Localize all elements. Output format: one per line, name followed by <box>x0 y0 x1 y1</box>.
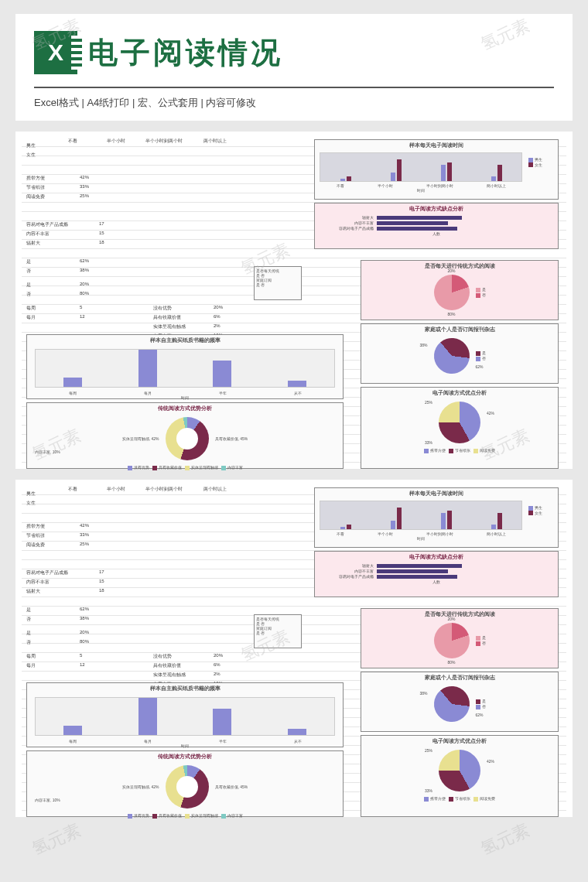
cell-val: 20% <box>80 282 89 286</box>
page-title: 电子阅读情况 <box>88 33 283 73</box>
chart-disadv: 电子阅读方式缺点分析 辐射大 内容不丰富 容易对电子产品成瘾 人数 <box>314 551 559 597</box>
row-label: 内容不丰富 <box>26 579 50 586</box>
row-label: 男生 <box>26 142 36 149</box>
preview-1: 男生 女生 不看 半个小时 半个小时到两个时 两个时以上 携带方便 节省纸张 阅… <box>15 132 573 469</box>
col-label: 半个小时 <box>107 486 125 493</box>
cell-val: 2% <box>214 323 220 328</box>
pie-icon <box>439 402 480 443</box>
chart-disadv: 电子阅读方式缺点分析 辐射大 内容不丰富 容易对电子产品成瘾 人数 <box>314 203 559 249</box>
row-label: 携带方便 <box>26 175 45 182</box>
pie-icon <box>434 275 470 310</box>
cell-val: 6% <box>214 314 220 319</box>
row-label: 女生 <box>26 500 36 507</box>
row-label: 没有优势 <box>153 305 172 312</box>
chart-eadv: 电子阅读方式优点分析 25% 42% 33% 携带方便节省纸张阅读免费 <box>361 735 559 817</box>
legend: 没有优势 具有收藏价值 实体呈现有触感 内容丰富 <box>27 463 343 472</box>
watermark: 氢元素 <box>477 818 533 860</box>
col-label: 半个小时到两个时 <box>145 486 183 493</box>
chart-subscribe: 家庭或个人是否订阅报刊杂志 38% 62% 是否 <box>361 672 559 732</box>
header-card: 电子阅读情况 Excel格式 | A4纸打印 | 宏、公式套用 | 内容可修改 <box>15 14 573 121</box>
chart-trad-adv: 传统阅读方式优势分析 实体呈现有触感, 42% 具有收藏价值, 45% 内容丰富… <box>26 402 344 469</box>
chart-title: 传统阅读方式优势分析 <box>27 403 343 414</box>
row-label: 节省纸张 <box>26 532 45 539</box>
row-label: 男生 <box>26 491 36 497</box>
preview-2: 男生 女生 不看 半个小时 半个小时到两个时 两个时以上 携带方便 节省纸张 阅… <box>15 480 573 817</box>
row-label: 是 <box>26 258 31 265</box>
chart-trad-adv: 传统阅读方式优势分析 实体呈现有触感, 42% 具有收藏价值, 45% 内容丰富… <box>26 750 344 817</box>
cell-val: 5 <box>80 305 82 309</box>
legend: 是 否 <box>476 287 486 297</box>
col-label: 不看 <box>68 486 77 493</box>
header-subline: Excel格式 | A4纸打印 | 宏、公式套用 | 内容可修改 <box>34 87 554 110</box>
chart-purchase-freq: 样本自主购买纸质书籍的频率 每周每月半年从不 时间 <box>26 334 344 399</box>
chart-daily-time: 样本每天电子阅读时间 不看半个小时半小时到两小时两小时以上 时间 男生 女生 <box>314 139 559 200</box>
row-label: 否 <box>26 291 31 298</box>
col-label: 不看 <box>68 138 77 145</box>
cell-val: 62% <box>80 258 89 263</box>
row-label: 辐射大 <box>26 240 40 247</box>
chart-title: 样本自主购买纸质书籍的频率 <box>27 335 343 346</box>
row-label: 实体呈现有触感 <box>153 323 186 330</box>
row-label: 阅读免费 <box>26 193 45 200</box>
row-label: 阅读免费 <box>26 542 45 549</box>
cell-val: 12 <box>80 314 85 319</box>
legend: 是 否 <box>476 350 486 361</box>
pie-icon <box>426 331 477 381</box>
row-label: 每周 <box>26 305 36 312</box>
row-label: 每月 <box>26 314 36 321</box>
row-label: 容易对电子产品成瘾 <box>26 221 68 228</box>
cell-val: 42% <box>80 175 89 179</box>
chart-trad-daily: 是否每天进行传统方式的阅读 20% 80% 是 否 <box>361 260 559 320</box>
chart-title: 是否每天进行传统方式的阅读 <box>361 261 558 272</box>
excel-icon <box>34 31 77 74</box>
cell-val: 25% <box>80 193 89 198</box>
row-label: 具有收藏价值 <box>153 314 181 321</box>
cell-val: 38% <box>80 268 89 272</box>
cell-val: 80% <box>80 291 89 296</box>
cell-val: 18 <box>99 240 104 244</box>
chart-title: 样本每天电子阅读时间 <box>315 140 558 151</box>
legend: 男生 女生 <box>527 151 558 193</box>
row-label: 是 <box>26 282 31 289</box>
chart-title: 电子阅读方式优点分析 <box>361 388 558 398</box>
chart-eadv: 电子阅读方式优点分析 25% 42% 33% 携带方便 节省纸张 阅读免费 <box>361 387 559 469</box>
mini-table: 是否每天传统是 否家庭订阅是 否 <box>254 614 302 648</box>
cell-val: 33% <box>80 184 89 189</box>
chart-title: 家庭或个人是否订阅报刊杂志 <box>361 324 558 335</box>
chart-title: 电子阅读方式缺点分析 <box>315 203 558 214</box>
chart-trad-daily: 是否每天进行传统方式的阅读 20% 80% 是否 <box>361 608 559 668</box>
cell-val: 20% <box>214 305 223 309</box>
row-label: 女生 <box>26 152 36 159</box>
chart-subscribe: 家庭或个人是否订阅报刊杂志 38% 62% 是 否 <box>361 323 559 384</box>
chart-daily-time: 样本每天电子阅读时间 不看半个小时半小时到两小时两小时以上 时间 男生女生 <box>314 487 559 548</box>
row-label: 容易对电子产品成瘾 <box>26 569 68 576</box>
legend: 携带方便 节省纸张 阅读免费 <box>361 446 558 455</box>
watermark: 氢元素 <box>29 818 84 860</box>
row-label: 辐射大 <box>26 588 40 595</box>
row-label: 内容不丰富 <box>26 231 50 238</box>
cell-val: 15 <box>99 231 104 235</box>
cell-val: 17 <box>99 221 104 226</box>
row-label: 节省纸张 <box>26 184 45 191</box>
col-label: 两个时以上 <box>203 138 227 145</box>
col-label: 半个小时到两个时 <box>145 138 183 145</box>
row-label: 否 <box>26 268 31 275</box>
row-label: 携带方便 <box>26 523 45 530</box>
chart-purchase-freq: 样本自主购买纸质书籍的频率 每周每月半年从不 时间 <box>26 682 344 747</box>
col-label: 两个时以上 <box>203 486 227 493</box>
col-label: 半个小时 <box>107 138 125 145</box>
donut-icon <box>166 417 209 460</box>
mini-table: 是否每天传统是 否 家庭订阅是 否 <box>254 266 302 300</box>
